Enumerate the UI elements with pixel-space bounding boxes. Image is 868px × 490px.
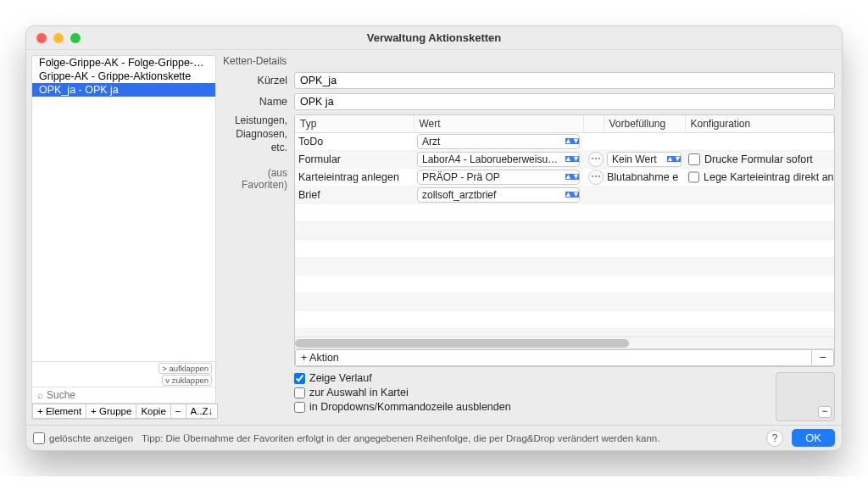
vorb-combo[interactable]: Kein Wert▲▼ xyxy=(607,152,682,167)
show-deleted-checkbox[interactable] xyxy=(33,432,45,444)
table-row[interactable] xyxy=(295,310,834,328)
table-row[interactable] xyxy=(295,203,834,221)
ok-button[interactable]: OK xyxy=(792,429,835,447)
table-row[interactable] xyxy=(295,221,834,239)
search-icon: ⌕ xyxy=(37,389,43,401)
col-konf[interactable]: Konfiguration xyxy=(685,115,834,132)
horizontal-scrollbar[interactable] xyxy=(295,337,834,348)
col-vorb[interactable]: Vorbefüllung xyxy=(604,115,685,132)
zeige-verlauf-checkbox[interactable] xyxy=(294,373,305,384)
wert-combo[interactable]: LaborA4 - Laborueberweisun…▲▼ xyxy=(417,152,580,167)
kurzel-label: Kürzel xyxy=(220,75,294,86)
table-row[interactable]: Briefzollsoft_arztbrief▲▼ xyxy=(295,186,834,203)
table-row[interactable]: ToDoArzt▲▼ xyxy=(295,132,834,150)
titlebar: Verwaltung Aktionsketten xyxy=(26,26,842,50)
image-well[interactable]: − xyxy=(776,372,835,421)
kurzel-input[interactable] xyxy=(294,72,835,89)
dropdown-hide-checkbox[interactable] xyxy=(294,402,305,413)
konf-checkbox[interactable] xyxy=(688,153,700,165)
wert-combo[interactable]: zollsoft_arztbrief▲▼ xyxy=(417,187,580,203)
col-typ[interactable]: Typ xyxy=(295,115,414,132)
table-row[interactable] xyxy=(295,275,834,292)
copy-button[interactable]: Kopie xyxy=(136,404,170,419)
sidebar: Folge-Grippe-AK - Folge-Grippe-Akt...Gri… xyxy=(31,55,216,420)
sidebar-item[interactable]: Folge-Grippe-AK - Folge-Grippe-Akt... xyxy=(32,56,215,70)
wert-combo[interactable]: Arzt▲▼ xyxy=(417,134,580,149)
remove-button[interactable]: − xyxy=(171,404,186,419)
name-label: Name xyxy=(220,96,294,108)
name-input[interactable] xyxy=(294,93,835,110)
table-row[interactable] xyxy=(295,292,834,310)
ellipsis-icon[interactable]: ⋯ xyxy=(588,170,604,185)
help-button[interactable]: ? xyxy=(766,430,783,447)
sidebar-item[interactable]: OPK_ja - OPK ja xyxy=(32,83,215,97)
footer: gelöschte anzeigen Tipp: Die Übernahme d… xyxy=(26,425,842,450)
add-group-button[interactable]: + Gruppe xyxy=(86,404,136,419)
footer-tip: Tipp: Die Übernahme der Favoriten erfolg… xyxy=(142,433,758,443)
konf-checkbox[interactable] xyxy=(688,171,699,183)
add-action-button[interactable]: + Aktion xyxy=(295,349,812,366)
table-row[interactable]: FormularLaborA4 - Laborueberweisun…▲▼⋯Ke… xyxy=(295,150,834,168)
actions-table: Typ Wert Vorbefüllung Konfiguration ToDo… xyxy=(294,114,835,367)
table-row[interactable]: Karteieintrag anlegenPRÄOP - Prä OP▲▼⋯Bl… xyxy=(295,168,834,186)
group-label: Ketten-Details xyxy=(223,55,835,67)
table-row[interactable] xyxy=(295,328,834,337)
ellipsis-icon[interactable]: ⋯ xyxy=(588,152,604,167)
sort-button[interactable]: A..Z↓ xyxy=(186,404,219,419)
col-wert[interactable]: Wert xyxy=(414,115,583,132)
sidebar-item[interactable]: Grippe-AK - Grippe-Aktionskette xyxy=(32,70,215,83)
window-title: Verwaltung Aktionsketten xyxy=(26,31,842,44)
table-side-label: Leistungen, Diagnosen, etc. (aus Favorit… xyxy=(220,114,294,421)
auswahl-kartei-checkbox[interactable] xyxy=(294,387,305,398)
app-window: Verwaltung Aktionsketten Folge-Grippe-AK… xyxy=(25,25,843,451)
table-row[interactable] xyxy=(295,257,834,275)
add-element-button[interactable]: + Element xyxy=(32,404,86,419)
detail-panel: Ketten-Details Kürzel Name Leistungen, D… xyxy=(216,50,842,425)
collapse-all-button[interactable]: v zuklappen xyxy=(162,375,212,386)
table-row[interactable] xyxy=(295,239,834,257)
expand-all-button[interactable]: > aufklappen xyxy=(159,363,212,374)
image-well-minus-button[interactable]: − xyxy=(818,406,832,418)
search-input[interactable] xyxy=(47,389,210,401)
wert-combo[interactable]: PRÄOP - Prä OP▲▼ xyxy=(417,170,580,185)
remove-action-button[interactable]: − xyxy=(812,349,834,366)
